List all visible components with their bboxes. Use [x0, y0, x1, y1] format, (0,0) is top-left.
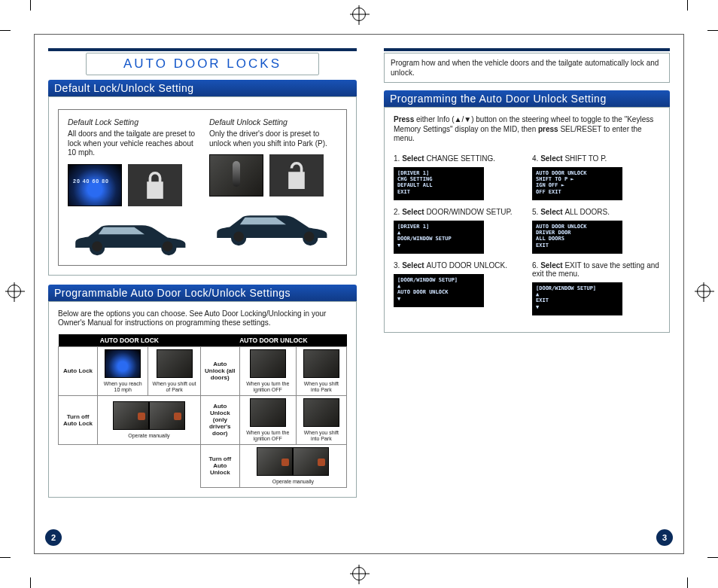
cell-label: Auto Unlock (all doors) [200, 346, 239, 395]
cell-label: Turn off Auto Unlock [200, 444, 239, 487]
right-page: Program how and when the vehicle doors a… [370, 35, 683, 553]
default-lock-text: All doors and the tailgate are preset to… [68, 129, 196, 158]
bold: Select [540, 208, 564, 216]
ignition-icon [250, 349, 286, 378]
steps-col-right: 4. Select SHIFT TO P. AUTO DOOR UNLOCK S… [532, 150, 660, 323]
programming-box: Press either Info (▲/▼) button on the st… [384, 107, 670, 333]
inner-box: Default Lock Setting All doors and the t… [58, 109, 347, 266]
table-row: Turn off Auto Unlock Operate manually [59, 444, 347, 487]
caption: When you shift into Park [300, 379, 343, 393]
step-4: 4. Select SHIFT TO P. [532, 154, 660, 163]
top-rule [384, 48, 670, 51]
cell: Operate manually [98, 395, 201, 444]
mid-display: AUTO DOOR UNLOCK DRIVER DOOR ALL DOORS E… [532, 221, 622, 254]
options-table: AUTO DOOR LOCK AUTO DOOR UNLOCK Auto Loc… [58, 334, 347, 488]
gear-shifter-icon [157, 349, 193, 378]
default-unlock-text: Only the driver's door is preset to unlo… [209, 129, 337, 148]
page-title: AUTO DOOR LOCKS [86, 53, 319, 75]
bold: Select [540, 154, 564, 163]
table-row: Auto Lock When you reach 10 mph When you… [59, 346, 347, 395]
programmable-box: Below are the options you can choose. Se… [48, 301, 357, 498]
step-5: 5. Select ALL DOORS. [532, 208, 660, 216]
section-head-programmable: Programmable Auto Door Lock/Unlock Setti… [48, 285, 357, 301]
mid-display: [DOOR/WINDOW SETUP] ▲ EXIT ▼ [532, 282, 622, 315]
cell: When you shift into Park [296, 395, 346, 444]
th-auto-lock: AUTO DOOR LOCK [59, 334, 201, 347]
step-num: 2. [394, 208, 402, 216]
svg-point-1 [163, 241, 173, 251]
gear-shifter-icon [209, 154, 263, 197]
cell-label: Turn off Auto Lock [59, 395, 98, 444]
bold: Select [402, 154, 426, 163]
locked-icon [128, 164, 182, 206]
step-6: 6. Select EXIT to save the setting and e… [532, 261, 660, 278]
caption: When you turn the ignition OFF [243, 379, 293, 393]
default-unlock-col: Default Unlock Setting Only the driver's… [209, 117, 337, 256]
cell-label: Auto Unlock (only driver's door) [200, 395, 239, 444]
svg-point-3 [304, 232, 315, 242]
door-lock-icon [149, 401, 185, 430]
step-num: 3. [394, 261, 402, 270]
mid-display: [DOOR/WINDOW SETUP] ▲ AUTO DOOR UNLOCK ▼ [394, 274, 484, 307]
cell: When you turn the ignition OFF [239, 346, 296, 395]
cell: When you shift into Park [296, 346, 346, 395]
bold: Select [402, 208, 426, 216]
step-num: 5. [532, 208, 540, 216]
caption: Operate manually [101, 431, 197, 439]
page-number-left: 2 [45, 529, 62, 546]
cell: When you reach 10 mph [98, 346, 148, 395]
step-3: 3. Select AUTO DOOR UNLOCK. [394, 261, 522, 270]
caption: When you shift into Park [300, 428, 343, 442]
speedometer-icon [68, 164, 122, 206]
step-num: 1. [394, 154, 402, 163]
left-page: AUTO DOOR LOCKS Default Lock/Unlock Sett… [35, 35, 370, 553]
top-rule [48, 48, 357, 51]
caption: Operate manually [243, 477, 343, 485]
step-num: 6. [532, 261, 540, 270]
mid-display: [DRIVER 1] ▲ DOOR/WINDOW SETUP ▼ [394, 221, 484, 254]
mid-display: [DRIVER 1] CHG SETTING DEFAULT ALL EXIT [394, 167, 484, 200]
step-text: ALL DOORS. [564, 208, 610, 216]
speedometer-icon [105, 349, 141, 378]
step-2: 2. Select DOOR/WINDOW SETUP. [394, 208, 522, 216]
caption: When you reach 10 mph [101, 379, 145, 393]
default-lock-col: Default Lock Setting All doors and the t… [68, 117, 196, 256]
steps-col-left: 1. Select CHANGE SETTING. [DRIVER 1] CHG… [394, 150, 522, 323]
table-row: Turn off Auto Lock Operate manually Auto… [59, 395, 347, 444]
cell: When you turn the ignition OFF [239, 395, 296, 444]
vehicle-image [68, 214, 196, 256]
step-1: 1. Select CHANGE SETTING. [394, 154, 522, 163]
gear-shifter-icon [303, 398, 339, 427]
ignition-icon [250, 398, 286, 427]
section-head-default: Default Lock/Unlock Setting [48, 80, 357, 96]
gear-shifter-icon [303, 349, 339, 378]
svg-point-0 [92, 241, 102, 251]
caption: When you turn the ignition OFF [243, 428, 293, 442]
cell-label: Auto Lock [59, 346, 98, 395]
caption: When you shift out of Park [151, 379, 196, 393]
default-settings-box: Default Lock Setting All doors and the t… [48, 96, 357, 276]
svg-point-2 [233, 232, 244, 242]
cell: When you shift out of Park [148, 346, 200, 395]
bold: Select [540, 261, 564, 270]
cell: Operate manually [239, 444, 346, 487]
door-lock-icon [257, 447, 293, 476]
lead-text: Press either Info (▲/▼) button on the st… [394, 115, 660, 144]
vehicle-image [209, 204, 337, 246]
page-spread: AUTO DOOR LOCKS Default Lock/Unlock Sett… [34, 34, 684, 554]
step-text: CHANGE SETTING. [426, 154, 495, 163]
intro-box: Program how and when the vehicle doors a… [384, 53, 670, 83]
th-auto-unlock: AUTO DOOR UNLOCK [200, 334, 346, 347]
unlocked-icon [269, 154, 324, 197]
bold: Press [394, 115, 414, 123]
step-text: SHIFT TO P. [564, 154, 607, 163]
step-num: 4. [532, 154, 540, 163]
programmable-intro: Below are the options you can choose. Se… [58, 309, 347, 328]
section-head-programming: Programming the Auto Door Unlock Setting [384, 90, 670, 107]
default-unlock-heading: Default Unlock Setting [209, 117, 337, 126]
step-text: AUTO DOOR UNLOCK. [426, 261, 507, 270]
door-lock-icon [113, 401, 149, 430]
page-number-right: 3 [656, 529, 673, 546]
default-lock-heading: Default Lock Setting [68, 117, 196, 126]
door-lock-icon [293, 447, 329, 476]
